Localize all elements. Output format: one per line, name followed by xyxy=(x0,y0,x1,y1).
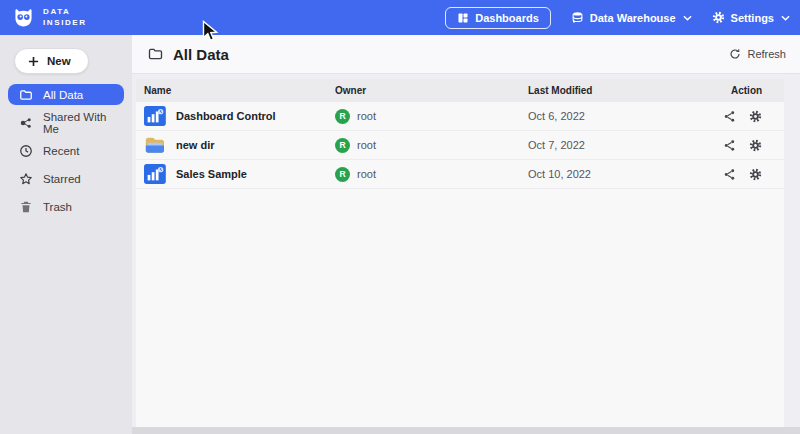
share-icon[interactable] xyxy=(723,139,736,152)
table-row[interactable]: Dashboard Control R root Oct 6, 2022 xyxy=(136,102,784,131)
file-name: Dashboard Control xyxy=(176,110,276,122)
sidebar-item-label: Shared With Me xyxy=(43,111,113,135)
nav-data-warehouse[interactable]: Data Warehouse xyxy=(571,11,692,24)
page-header: All Data Refresh xyxy=(132,35,800,74)
gear-icon xyxy=(712,11,725,24)
share-icon[interactable] xyxy=(723,168,736,181)
file-name: Sales Sample xyxy=(176,168,247,180)
column-header-name: Name xyxy=(144,85,335,96)
clock-icon xyxy=(19,144,33,158)
owner-name: root xyxy=(357,139,376,151)
column-header-last-modified: Last Modified xyxy=(528,85,723,96)
new-button-label: New xyxy=(47,55,71,67)
refresh-label: Refresh xyxy=(747,48,786,60)
sidebar-item-all-data[interactable]: All Data xyxy=(8,84,124,105)
dashboard-icon xyxy=(457,12,469,24)
last-modified-date: Oct 7, 2022 xyxy=(528,139,723,151)
new-button[interactable]: New xyxy=(14,48,89,74)
share-icon[interactable] xyxy=(723,110,736,123)
sidebar-item-label: Recent xyxy=(43,145,79,157)
nav-settings-label: Settings xyxy=(731,12,774,24)
owner-name: root xyxy=(357,110,376,122)
app-body: New All Data Shared With Me xyxy=(0,35,800,434)
plus-icon xyxy=(28,56,39,67)
sidebar-item-label: Starred xyxy=(43,173,81,185)
owl-logo-icon xyxy=(12,7,35,29)
bottom-strip xyxy=(132,427,800,434)
sidebar-item-starred[interactable]: Starred xyxy=(8,168,124,189)
owner-name: root xyxy=(357,168,376,180)
folder-file-icon xyxy=(144,135,166,155)
sidebar-item-recent[interactable]: Recent xyxy=(8,140,124,161)
gear-icon[interactable] xyxy=(749,139,762,152)
sidebar: New All Data Shared With Me xyxy=(0,35,132,434)
star-icon xyxy=(19,172,33,186)
folder-outline-icon xyxy=(147,46,164,62)
column-header-action: Action xyxy=(723,85,784,96)
top-nav: Dashboards Data Warehouse xyxy=(445,7,790,29)
dashboard-file-icon xyxy=(144,106,166,126)
content-area: Name Owner Last Modified Action Dashboar… xyxy=(132,74,800,427)
brand-line-1: DATA xyxy=(43,7,87,17)
last-modified-date: Oct 10, 2022 xyxy=(528,168,723,180)
sidebar-nav: All Data Shared With Me Recent xyxy=(0,84,132,217)
refresh-icon xyxy=(729,48,741,60)
folder-icon xyxy=(19,88,33,102)
file-table: Name Owner Last Modified Action Dashboar… xyxy=(136,79,784,427)
nav-dashboards-button[interactable]: Dashboards xyxy=(445,7,551,29)
gear-icon[interactable] xyxy=(749,110,762,123)
nav-settings[interactable]: Settings xyxy=(712,11,790,24)
sidebar-item-trash[interactable]: Trash xyxy=(8,196,124,217)
nav-dashboards-label: Dashboards xyxy=(475,12,539,24)
share-icon xyxy=(19,116,33,130)
column-header-owner: Owner xyxy=(335,85,528,96)
brand-line-2: INSIDER xyxy=(43,18,87,28)
sidebar-item-label: Trash xyxy=(43,201,72,213)
file-name: new dir xyxy=(176,139,215,151)
chevron-down-icon xyxy=(781,15,790,21)
top-bar: DATA INSIDER Dashboards xyxy=(0,0,800,35)
table-row[interactable]: new dir R root Oct 7, 2022 xyxy=(136,131,784,160)
page-title: All Data xyxy=(173,46,229,63)
trash-icon xyxy=(19,200,33,214)
nav-data-warehouse-label: Data Warehouse xyxy=(590,12,676,24)
table-row[interactable]: Sales Sample R root Oct 10, 2022 xyxy=(136,160,784,189)
refresh-button[interactable]: Refresh xyxy=(729,48,786,60)
chevron-down-icon xyxy=(683,15,692,21)
gear-icon[interactable] xyxy=(749,168,762,181)
dashboard-file-icon xyxy=(144,164,166,184)
database-icon xyxy=(571,11,584,24)
sidebar-item-label: All Data xyxy=(43,89,83,101)
app-logo: DATA INSIDER xyxy=(12,7,87,29)
owner-avatar: R xyxy=(335,109,350,124)
owner-avatar: R xyxy=(335,138,350,153)
owner-avatar: R xyxy=(335,167,350,182)
sidebar-item-shared-with-me[interactable]: Shared With Me xyxy=(8,112,124,133)
table-header-row: Name Owner Last Modified Action xyxy=(136,79,784,102)
main-panel: All Data Refresh Name Owner Last Modifie… xyxy=(132,35,800,434)
last-modified-date: Oct 6, 2022 xyxy=(528,110,723,122)
